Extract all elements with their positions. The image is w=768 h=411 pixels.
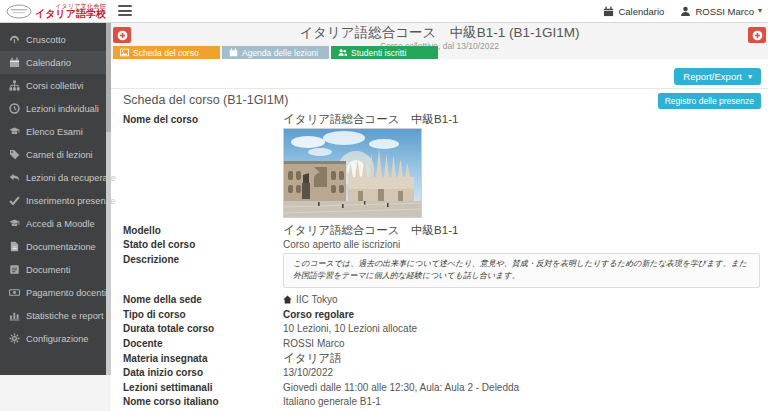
field-lezioni-settimanali: Lezioni settimanali Giovedì dalle 11:00 … (123, 381, 760, 394)
registro-presenze-button[interactable]: Registro delle presenze (658, 93, 761, 109)
graduation-cap-icon (9, 218, 20, 229)
field-value: 13/10/2022 (283, 366, 760, 379)
field-nome-della-sede: Nome della sede IIC Tokyo (123, 293, 760, 306)
sidebar-item-carnet-di-lezioni[interactable]: Carnet di lezioni (0, 143, 111, 166)
calendar-icon (603, 6, 614, 17)
field-label: Data inizio corso (123, 366, 283, 379)
bar-chart-icon (9, 310, 20, 321)
field-label: Durata totale corso (123, 322, 283, 335)
sidebar-item-cruscotto[interactable]: Cruscotto (0, 28, 111, 51)
sidebar-item-lezioni-da-recuperare[interactable]: Lezioni da recuperare (0, 166, 111, 189)
field-value: IIC Tokyo (296, 293, 338, 306)
section-divider (111, 88, 768, 89)
field-durata-totale-corso: Durata totale corso 10 Lezioni, 10 Lezio… (123, 322, 760, 335)
calendar-icon (229, 48, 238, 57)
field-materia-insegnata: Materia insegnata イタリア語 (123, 352, 760, 365)
money-icon (9, 287, 20, 298)
hamburger-menu-icon[interactable] (118, 5, 132, 17)
course-tabs: Scheda del corso Agenda delle lezioni St… (113, 46, 438, 59)
sitemap-icon (9, 80, 20, 91)
tab-scheda-del-corso[interactable]: Scheda del corso (113, 46, 220, 59)
field-value: ROSSI Marco (283, 337, 760, 350)
field-label: Descrizione (123, 253, 283, 266)
field-label: Stato del corso (123, 238, 283, 251)
sidebar-item-documentazione[interactable]: Documentazione (0, 235, 111, 258)
add-button-right[interactable] (748, 27, 766, 43)
sidebar-item-corsi-collettivi[interactable]: Corsi collettivi (0, 74, 111, 97)
clock-icon (9, 103, 20, 114)
sidebar-item-elenco-esami[interactable]: Elenco Esami (0, 120, 111, 143)
gauge-icon (9, 34, 20, 45)
field-docente: Docente ROSSI Marco (123, 337, 760, 350)
field-value: イタリア語総合コース 中級B1-1 (283, 224, 760, 237)
house-icon (283, 295, 292, 304)
field-nome-del-corso: Nome del corso イタリア語総合コース 中級B1-1 (123, 113, 760, 126)
field-modello: Modello イタリア語総合コース 中級B1-1 (123, 224, 760, 237)
top-bar: イタリア文化会館 イタリア語学校 Calendario ROSSI Marco … (0, 0, 768, 23)
field-data-inizio-corso: Data inizio corso 13/10/2022 (123, 366, 760, 379)
user-menu[interactable]: ROSSI Marco ▾ (680, 6, 762, 17)
field-descrizione: Descrizione このコースでは、過去の出来事について述べたり、意見や、賛… (123, 253, 760, 292)
field-nome-corso-italiano: Nome corso italiano Italiano generale B1… (123, 395, 760, 408)
logo-line2: イタリア語学校 (35, 9, 106, 20)
field-label: Docente (123, 337, 283, 350)
sidebar-nav: Cruscotto Calendario Corsi collettivi Le… (0, 22, 111, 375)
field-label: Lezioni settimanali (123, 381, 283, 394)
calendar-icon (9, 57, 20, 68)
user-name: ROSSI Marco (695, 6, 754, 17)
check-icon (9, 195, 20, 206)
field-label: Materia insegnata (123, 352, 283, 365)
file-box-icon (9, 264, 20, 275)
add-button-left[interactable] (113, 27, 131, 43)
tab-studenti-iscritti[interactable]: Studenti iscritti (331, 46, 438, 59)
sidebar-item-configurazione[interactable]: Configurazione (0, 327, 111, 350)
field-value: 10 Lezioni, 10 Lezioni allocate (283, 322, 760, 335)
course-form: Nome del corso イタリア語総合コース 中級B1-1 (123, 113, 760, 411)
report-export-button[interactable]: Report/Export ▾ (674, 68, 761, 85)
page-title: イタリア語総合コース 中級B1-1 (B1-1GI1M) (151, 24, 728, 42)
field-tipo-di-corso: Tipo di corso Corso regolare (123, 308, 760, 321)
field-value: Corso aperto alle iscrizioni (283, 238, 760, 251)
field-label: Modello (123, 224, 283, 237)
field-value: Giovedì dalle 11:00 alle 12:30, Aula: Au… (283, 381, 760, 394)
course-header: イタリア語総合コース 中級B1-1 (B1-1GI1M) Corso colle… (111, 22, 768, 59)
caret-down-icon: ▾ (758, 7, 762, 15)
field-value: Italiano generale B1-1 (283, 395, 760, 408)
calendario-link[interactable]: Calendario (603, 6, 664, 17)
course-detail-panel: Report/Export ▾ Scheda del corso (B1-1GI… (111, 59, 768, 411)
sidebar-item-accedi-a-moodle[interactable]: Accedi a Moodle (0, 212, 111, 235)
field-label: Tipo di corso (123, 308, 283, 321)
reply-arrow-icon (9, 172, 20, 183)
tag-icon (9, 149, 20, 160)
field-label: Nome del corso (123, 113, 283, 126)
sidebar-item-lezioni-individuali[interactable]: Lezioni individuali (0, 97, 111, 120)
file-icon (9, 241, 20, 252)
sidebar-item-inserimento-presenze[interactable]: Inserimento presenze (0, 189, 111, 212)
school-logo: イタリア文化会館 イタリア語学校 (0, 0, 111, 22)
field-value: Corso regolare (283, 308, 760, 321)
users-icon (338, 48, 347, 57)
description-box: このコースでは、過去の出来事について述べたり、意見や、賛成・反対を表明したりする… (283, 253, 760, 288)
graduation-cap-icon (9, 126, 20, 137)
plus-circle-icon (117, 30, 128, 41)
field-value: イタリア語総合コース 中級B1-1 (283, 113, 760, 126)
gear-icon (9, 333, 20, 344)
tab-agenda-delle-lezioni[interactable]: Agenda delle lezioni (222, 46, 329, 59)
scrollbar-thumb[interactable] (106, 22, 111, 132)
sidebar-item-documenti[interactable]: Documenti (0, 258, 111, 281)
calendario-label: Calendario (618, 6, 664, 17)
sidebar-item-statistiche-e-report[interactable]: Statistiche e report (0, 304, 111, 327)
caret-down-icon: ▾ (748, 73, 752, 81)
duomo-milano-photo (283, 128, 422, 218)
sidebar-item-calendario[interactable]: Calendario (0, 51, 111, 74)
field-stato-del-corso: Stato del corso Corso aperto alle iscriz… (123, 238, 760, 251)
section-heading: Scheda del corso (B1-1GI1M) (123, 93, 288, 107)
sidebar-item-pagamento-docenti[interactable]: Pagamento docenti (0, 281, 111, 304)
sidebar-scrollbar[interactable] (106, 22, 111, 375)
image-card-icon (120, 48, 129, 57)
iic-logo-emblem-icon (6, 4, 32, 19)
plus-circle-icon (752, 30, 763, 41)
field-label: Nome della sede (123, 293, 283, 306)
user-icon (680, 6, 691, 17)
field-label: Nome corso italiano (123, 395, 283, 408)
